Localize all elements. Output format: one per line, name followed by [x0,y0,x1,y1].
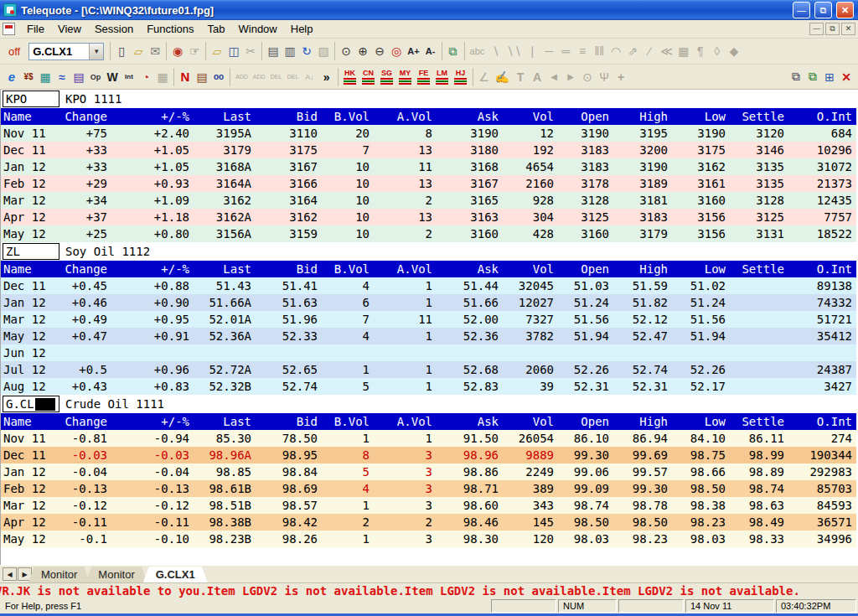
chevron-down-icon[interactable]: ▼ [89,44,103,60]
close-button[interactable]: ✕ [836,2,854,18]
market-cn-button[interactable]: CN [359,69,378,85]
double-line-icon: ═ [557,43,574,60]
cell: 52.72A [194,361,256,378]
off-indicator[interactable]: off [3,45,28,58]
quote-row[interactable]: Dec 11+0.45+0.8851.4351.414151.443204551… [1,277,856,294]
cell: 10296 [788,142,856,158]
browser-icon[interactable]: e [3,69,20,85]
session-connect-icon[interactable]: ◉ [169,43,186,60]
send-mail-icon[interactable]: ✉ [147,43,163,60]
menu-tab[interactable]: Tab [201,21,232,37]
symbol-input-zl[interactable]: ZL [3,243,59,260]
find-icon[interactable]: ⊙ [338,43,354,60]
mdi-minimize-button[interactable]: — [809,23,824,35]
market-my-button[interactable]: MY [396,69,415,85]
quote-row[interactable]: Mar 12-0.12-0.1298.51B98.571398.6034398.… [1,497,856,514]
tab-g-clx1[interactable]: G.CLX1 [143,567,208,582]
market-hj-button[interactable]: HJ [452,69,470,85]
currency-icon[interactable]: ¥$ [20,69,37,85]
menu-functions[interactable]: Functions [140,21,200,37]
quote-row[interactable]: May 12+0.47+0.9152.36A52.334152.36378251… [1,328,856,344]
menu-view[interactable]: View [51,21,88,37]
page-list-icon[interactable]: ▤ [70,69,87,85]
symbol-dropdown[interactable]: G.CLX1 ▼ [28,43,104,60]
quote-row[interactable]: Jan 12-0.04-0.0498.8598.845398.86224999.… [1,463,856,480]
tab-scroll-left-button[interactable]: ◀ [3,567,17,581]
cell: 3167 [256,158,322,175]
print-preview-icon[interactable]: ▥ [282,43,298,60]
news-icon[interactable]: N [177,69,194,85]
col-header-change: Change [54,108,111,125]
quote-row[interactable]: Jan 12+33+1.053168A316710113168465431833… [1,158,856,175]
symbol-input-g-cl[interactable]: G.CL [3,396,59,412]
quote-row[interactable]: Feb 12-0.13-0.1398.61B98.694398.7138999.… [1,480,856,497]
layout-icon[interactable]: ⧉ [445,43,462,60]
quote-row[interactable]: May 12-0.1-0.1098.23B98.261398.3012098.0… [1,531,856,547]
mdi-close-button[interactable]: ✕ [841,23,855,35]
hand-pointer-icon[interactable]: ☞ [186,43,203,60]
phonebook-icon[interactable]: ▤ [194,69,210,85]
print-icon[interactable]: ▤ [265,43,282,60]
quote-row[interactable]: Mar 12+34+1.0931623164102316592831283181… [1,192,856,209]
market-label: HJ [456,70,466,77]
open-file-icon[interactable]: ▱ [209,43,225,60]
market-hk-button[interactable]: HK [341,69,359,85]
quote-grid-icon[interactable]: ▦ [37,69,54,85]
window-tile-icon[interactable]: ⊞ [821,69,838,85]
tab-monitor[interactable]: Monitor [85,567,147,582]
market-fe-button[interactable]: FE [415,69,433,85]
menu-session[interactable]: Session [88,21,140,37]
cell: 3 [374,497,437,514]
font-decrease-icon[interactable]: A- [422,43,439,60]
cell: 928 [503,192,558,209]
quote-row[interactable]: May 12+25+0.803156A315910231604283160317… [1,225,856,242]
zoom-out-icon[interactable]: ⊖ [371,43,388,60]
mdi-restore-button[interactable]: ⧉ [825,23,840,35]
quote-row[interactable]: Jul 12+0.5+0.9652.72A52.651152.68206052.… [1,361,856,378]
quote-row[interactable]: Aug 12+0.43+0.8352.32B52.745152.833952.3… [1,378,856,395]
tab-monitor[interactable]: Monitor [28,567,90,582]
restore-button[interactable]: ⧉ [814,2,832,18]
zoom-in-icon[interactable]: ⊕ [354,43,371,60]
quote-row[interactable]: Jan 12+0.46+0.9051.66A51.636151.66120275… [1,294,856,311]
quote-row[interactable]: Apr 12+37+1.183162A316210133163304312531… [1,209,856,225]
market-lm-button[interactable]: LM [433,69,452,85]
menu-file[interactable]: File [20,21,51,37]
cell: 99.30 [558,447,613,463]
interest-icon[interactable]: Int [121,69,137,85]
quote-row[interactable]: Dec 11-0.03-0.0398.96A98.958398.96988999… [1,447,856,463]
refresh-icon[interactable]: ↻ [298,43,315,60]
window-copy-icon[interactable]: ⧉ [804,69,821,85]
col-header-bid: Bid [256,413,322,430]
col-header-high: High [613,413,672,430]
menu-window[interactable]: Window [232,21,284,37]
options-icon[interactable]: Op [87,69,104,85]
window-switch-icon[interactable]: ⧉ [788,69,804,85]
quote-row[interactable]: Apr 12-0.11-0.1198.38B98.422298.4614598.… [1,514,856,531]
close-window-icon[interactable]: ✕ [838,69,855,85]
quote-row[interactable]: Feb 12+29+0.933164A316610133167216031783… [1,175,856,192]
chart-icon[interactable]: ≈ [54,69,70,85]
save-icon[interactable]: ◫ [225,43,242,60]
market-sg-button[interactable]: SG [378,69,396,85]
zoom-select-icon[interactable]: ◎ [388,43,405,60]
cell: 3125 [558,209,613,225]
quote-row[interactable]: Mar 12+0.49+0.9552.01A51.9671152.0073275… [1,311,856,328]
tab-scroll-right-button[interactable]: ▶ [18,567,32,581]
clock-icon[interactable]: ◔ [137,69,154,85]
quote-row[interactable]: Nov 11-0.81-0.9485.3078.501191.502605486… [1,430,856,447]
col-header-vol: Vol [503,108,558,125]
symbol-input-kpo[interactable]: KPO [3,91,59,107]
w-icon[interactable]: W [104,69,121,85]
minimize-button[interactable]: — [793,2,810,18]
quote-row[interactable]: Nov 11+75+2.403195A311020831901231903195… [1,125,856,142]
toolbar-secondary: e¥$▦≈▤OpWInt◔▦N▤ooADDADDDELDELA↓»HKCNSGM… [0,65,858,90]
new-document-icon[interactable]: ▯ [113,43,130,60]
more-tools-icon[interactable]: » [318,69,335,85]
menu-help[interactable]: Help [284,21,320,37]
open-folder-icon[interactable]: ▱ [130,43,147,60]
quote-row[interactable]: Jun 12 [1,344,856,361]
font-increase-icon[interactable]: A+ [405,43,421,60]
search-binoculars-icon[interactable]: oo [210,69,227,85]
quote-row[interactable]: Dec 11+33+1.0531793175713318019231833200… [1,142,856,158]
